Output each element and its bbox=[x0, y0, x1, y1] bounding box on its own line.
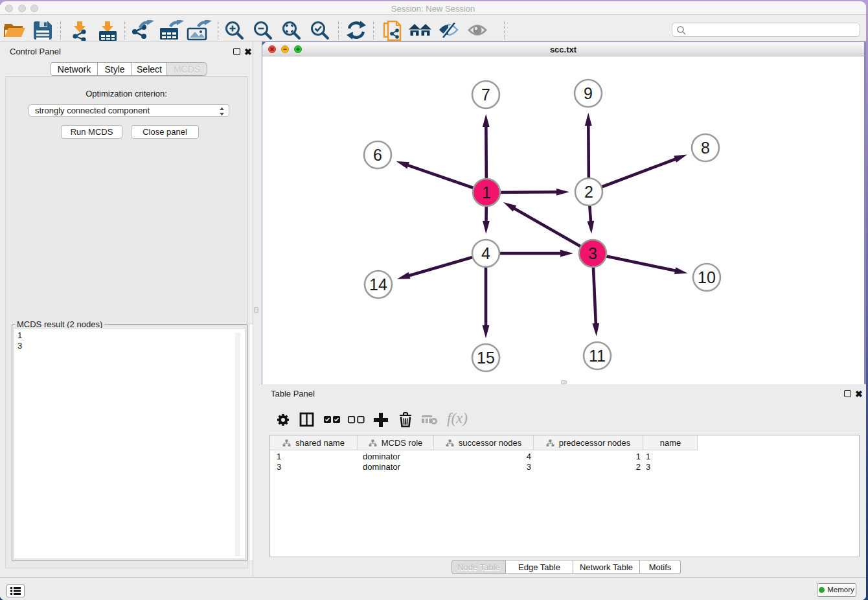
svg-text:3: 3 bbox=[588, 244, 597, 262]
svg-text:6: 6 bbox=[373, 146, 382, 164]
svg-text:9: 9 bbox=[584, 84, 593, 102]
svg-text:1: 1 bbox=[482, 183, 491, 202]
svg-text:8: 8 bbox=[701, 139, 710, 157]
svg-text:7: 7 bbox=[481, 86, 490, 104]
svg-text:2: 2 bbox=[584, 183, 593, 201]
svg-text:10: 10 bbox=[698, 268, 716, 286]
svg-text:14: 14 bbox=[369, 275, 387, 294]
svg-text:15: 15 bbox=[477, 349, 495, 367]
svg-text:4: 4 bbox=[481, 244, 490, 262]
svg-text:11: 11 bbox=[589, 347, 606, 365]
